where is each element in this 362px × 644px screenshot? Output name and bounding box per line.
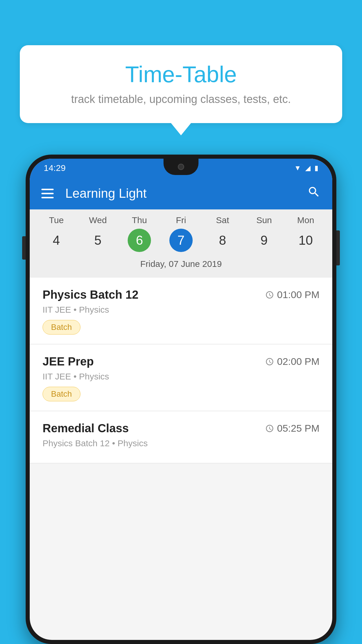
day-name: Wed [89,215,107,225]
schedule-item-subtitle: IIT JEE • Physics [43,305,319,315]
app-bar: Learning Light [30,177,332,209]
day-name: Fri [176,215,186,225]
day-cell-sat[interactable]: Sat8 [204,215,242,252]
schedule-item-header: Physics Batch 12 01:00 PM [43,288,319,301]
day-cell-tue[interactable]: Tue4 [37,215,75,252]
day-number: 9 [252,229,276,252]
notch [164,159,198,175]
phone-outer: 14:29 ▼ ◢ ▮ Learning Light [26,155,336,644]
day-name: Mon [297,215,314,225]
day-name: Tue [49,215,64,225]
day-number: 6 [128,229,151,252]
signal-icon: ◢ [305,164,310,172]
schedule-item-title: JEE Prep [43,355,94,368]
bubble-subtitle: track timetable, upcoming classes, tests… [37,93,325,106]
schedule-item[interactable]: Physics Batch 12 01:00 PM IIT JEE • Phys… [30,278,332,344]
schedule-item-subtitle: Physics Batch 12 • Physics [43,438,319,448]
phone-inner: 14:29 ▼ ◢ ▮ Learning Light [30,159,332,640]
schedule-item[interactable]: JEE Prep 02:00 PM IIT JEE • Physics Batc… [30,344,332,411]
status-time: 14:29 [44,163,66,173]
day-cell-fri[interactable]: Fri7 [162,215,200,252]
day-number: 5 [86,229,110,252]
battery-icon: ▮ [314,164,318,172]
status-icons: ▼ ◢ ▮ [294,164,318,172]
day-number: 4 [45,229,68,252]
week-days-row: Tue4Wed5Thu6Fri7Sat8Sun9Mon10 [30,215,332,252]
selected-date-label: Friday, 07 June 2019 [30,256,332,275]
schedule-item-time: 02:00 PM [265,356,319,367]
day-number: 7 [169,229,193,252]
calendar-container: Tue4Wed5Thu6Fri7Sat8Sun9Mon10 Friday, 07… [30,209,332,278]
speech-bubble: Time-Table track timetable, upcoming cla… [20,45,342,123]
day-name: Sat [216,215,229,225]
day-name: Thu [132,215,147,225]
search-button[interactable] [307,185,321,202]
schedule-item-header: JEE Prep 02:00 PM [43,355,319,368]
day-cell-sun[interactable]: Sun9 [245,215,283,252]
schedule-item-time: 05:25 PM [265,423,319,434]
camera [178,164,184,170]
day-cell-wed[interactable]: Wed5 [79,215,117,252]
schedule-item[interactable]: Remedial Class 05:25 PM Physics Batch 12… [30,411,332,463]
day-cell-thu[interactable]: Thu6 [120,215,158,252]
schedule-list: Physics Batch 12 01:00 PM IIT JEE • Phys… [30,278,332,463]
hamburger-menu-button[interactable] [41,189,54,198]
day-cell-mon[interactable]: Mon10 [287,215,325,252]
batch-tag: Batch [43,320,80,335]
day-name: Sun [256,215,272,225]
wifi-icon: ▼ [294,164,301,172]
status-bar: 14:29 ▼ ◢ ▮ [30,159,332,177]
schedule-item-title: Physics Batch 12 [43,288,138,301]
day-number: 8 [211,229,234,252]
bubble-title: Time-Table [37,61,325,88]
schedule-item-time: 01:00 PM [265,289,319,300]
schedule-item-title: Remedial Class [43,422,129,435]
speech-bubble-container: Time-Table track timetable, upcoming cla… [20,45,342,123]
day-number: 10 [294,229,317,252]
schedule-item-header: Remedial Class 05:25 PM [43,422,319,435]
schedule-item-subtitle: IIT JEE • Physics [43,372,319,382]
phone-mockup: 14:29 ▼ ◢ ▮ Learning Light [26,155,336,644]
app-title: Learning Light [65,186,296,201]
batch-tag: Batch [43,387,80,401]
